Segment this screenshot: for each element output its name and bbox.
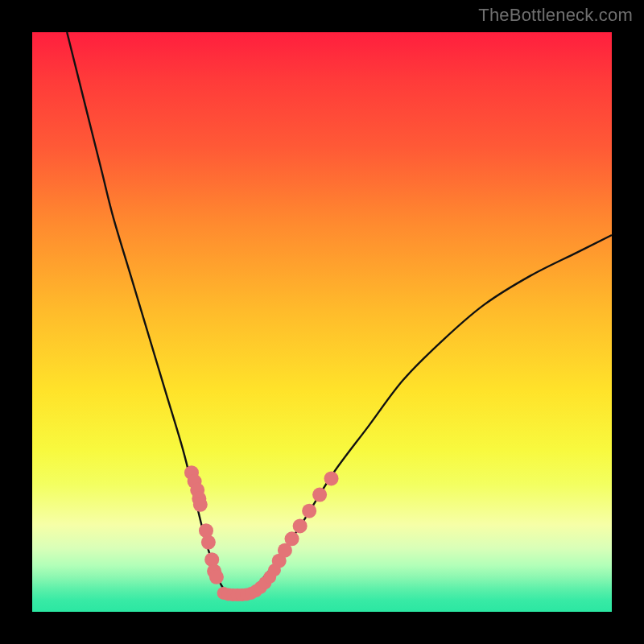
data-dot: [312, 488, 327, 502]
curve-svg: [32, 32, 612, 612]
data-dot: [209, 570, 224, 584]
data-dot: [268, 564, 281, 576]
data-dot: [302, 504, 316, 518]
chart-frame: TheBottleneck.com: [0, 0, 644, 644]
data-dot: [324, 471, 339, 485]
plot-area: [32, 32, 612, 612]
data-dots-group: [184, 465, 339, 601]
data-dot: [193, 497, 208, 512]
data-dot: [285, 531, 299, 546]
watermark-text: TheBottleneck.com: [478, 5, 633, 26]
data-dot: [201, 535, 216, 550]
data-dot: [293, 518, 308, 533]
bottleneck-curve-path: [67, 32, 612, 595]
